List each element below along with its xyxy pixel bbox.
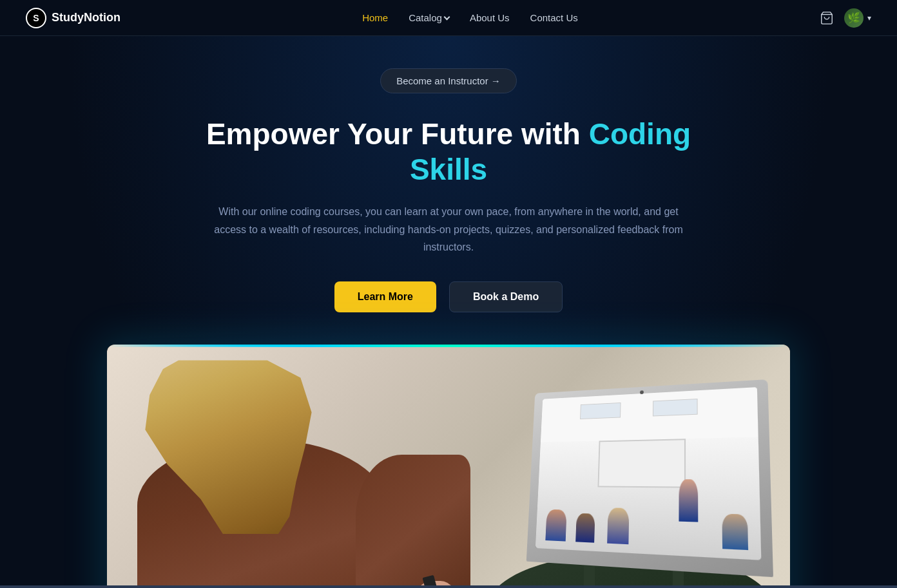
nav-center: Home Catalog About Us Contact Us	[362, 12, 578, 23]
classroom-ceiling	[541, 387, 758, 442]
nav-right: 🌿 ▾	[820, 8, 871, 28]
audience-2	[575, 513, 595, 543]
logo[interactable]: S StudyNotion	[26, 8, 121, 28]
instructor-badge-button[interactable]: Become an Instructor →	[380, 68, 517, 93]
catalog-dropdown-icon	[443, 14, 450, 21]
scroll-bar	[0, 585, 897, 588]
glow-line	[107, 345, 790, 347]
hero-title: Empower Your Future with Coding Skills	[191, 117, 706, 187]
table-leg-2	[584, 566, 595, 588]
learn-more-button[interactable]: Learn More	[334, 281, 436, 312]
avatar-dropdown-arrow: ▾	[867, 14, 871, 23]
logo-icon: S	[26, 8, 46, 28]
laptop-screen	[535, 387, 761, 560]
navbar: S StudyNotion Home Catalog About Us Cont…	[0, 0, 897, 36]
laptop-area	[435, 392, 790, 588]
nav-about[interactable]: About Us	[470, 12, 510, 23]
hero-subtitle: With our online coding courses, you can …	[210, 203, 687, 256]
student-person	[107, 345, 490, 588]
screen-classroom	[535, 387, 761, 560]
cart-icon	[820, 11, 834, 25]
laptop-body	[526, 379, 773, 577]
hero-image-placeholder	[107, 345, 790, 588]
nav-catalog[interactable]: Catalog	[409, 12, 449, 23]
nav-contact[interactable]: Contact Us	[530, 12, 578, 23]
audience-1	[546, 509, 567, 542]
ceiling-light-1	[580, 403, 621, 419]
book-demo-button[interactable]: Book a Demo	[449, 281, 563, 312]
nav-home[interactable]: Home	[362, 12, 388, 23]
avatar-image: 🌿	[844, 8, 863, 28]
presenter	[679, 480, 698, 522]
audience-3	[607, 507, 630, 544]
hero-section: Become an Instructor → Empower Your Futu…	[0, 36, 897, 588]
user-avatar-button[interactable]: 🌿 ▾	[844, 8, 871, 28]
hero-buttons: Learn More Book a Demo	[334, 281, 563, 312]
audience-4	[722, 514, 748, 550]
whiteboard	[598, 439, 686, 488]
cart-button[interactable]	[820, 11, 834, 25]
logo-letter: S	[33, 13, 39, 23]
hero-image	[107, 345, 790, 588]
ceiling-light-2	[653, 399, 698, 416]
scroll-indicator	[0, 585, 897, 588]
logo-text: StudyNotion	[52, 11, 121, 24]
